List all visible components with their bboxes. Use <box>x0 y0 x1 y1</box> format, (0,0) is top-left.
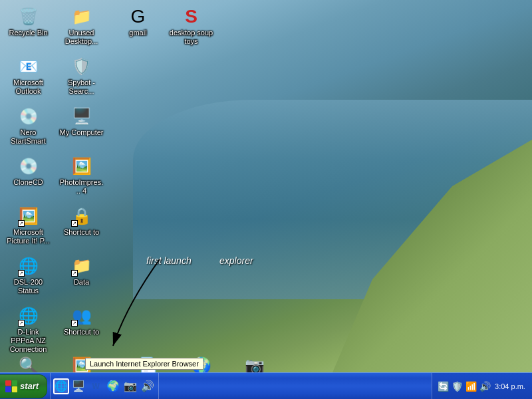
shortcut-people-label: Shortcut to <box>64 328 99 336</box>
camera-icon[interactable]: 📷 <box>122 378 138 394</box>
win-logo-green <box>12 380 18 386</box>
word-icon[interactable]: W <box>88 378 104 394</box>
ie2-glyph: 🌍 <box>106 380 120 392</box>
shortcut-lock-label: Shortcut to <box>64 228 99 237</box>
ie-tooltip: Launch Internet Explorer Browser <box>85 358 203 370</box>
ms-pictureit-icon[interactable]: 🖼️ ↗ Microsoft Picture It! P... <box>3 203 53 248</box>
photoimpression-icon[interactable]: 🖼️ PhotoImpres... 4 <box>57 153 106 198</box>
nero-label: Nero StartSmart <box>6 128 51 146</box>
shortcut-people-icon[interactable]: 👥 ↗ Shortcut to <box>57 303 106 339</box>
spybot-image: 🛡️ <box>71 56 92 77</box>
spybot-icon[interactable]: 🛡️ Spybot - Searc... <box>57 53 106 98</box>
quick-launch-bar: 🌐 🖥️ W 🌍 📷 🔊 <box>50 373 159 399</box>
data-folder-label: Data <box>74 278 89 287</box>
start-button-label: start <box>20 381 39 391</box>
win-logo-red <box>5 380 11 386</box>
nero-image: 💿 <box>18 106 39 127</box>
ie2-icon[interactable]: 🌍 <box>105 378 121 394</box>
my-computer-icon[interactable]: 🖥️ My Computer <box>57 103 106 140</box>
annotation-explorer: explorer <box>219 255 253 266</box>
windows-logo <box>5 380 17 392</box>
shortcut-lock-icon[interactable]: 🔒 ↗ Shortcut to <box>57 203 106 239</box>
shortcut-arrow: ↗ <box>18 220 25 227</box>
photoimpression-label: PhotoImpres... 4 <box>59 178 104 196</box>
tray-network-icon[interactable]: 🔄 <box>438 381 449 392</box>
shortcut-lock-image: 🔒 ↗ <box>71 205 92 227</box>
recycle-bin-icon[interactable]: 🗑️ Recycle Bin <box>3 3 53 40</box>
tray-wifi-icon[interactable]: 📶 <box>466 381 477 392</box>
ms-outlook-icon[interactable]: 📧 Microsoft Outlook <box>3 53 53 98</box>
speaker-icon[interactable]: 🔊 <box>140 378 156 394</box>
dsl-status-label: DSL-200 Status <box>6 278 51 295</box>
shortcut-arrow-2: ↗ <box>71 220 78 227</box>
desktop-soup-icon[interactable]: S desktop soup toys <box>166 3 216 49</box>
win-logo-yellow <box>12 386 18 392</box>
photoimpression-image: 🖼️ <box>71 156 92 177</box>
ms-pictureit-label: Microsoft Picture It! P... <box>6 228 51 245</box>
ie-quick-launch-icon[interactable]: 🌐 <box>53 378 69 394</box>
annotation-first-launch: first launch <box>146 255 192 266</box>
system-clock: 3:04 p.m. <box>493 382 527 390</box>
gmail-image: G <box>128 6 149 27</box>
desktop-soup-image: S <box>181 6 202 27</box>
dlink-image: 🌐 ↗ <box>18 305 39 327</box>
word-glyph: W <box>92 382 100 391</box>
desktop: 🗑️ Recycle Bin 📁 Unused Desktop... G gma… <box>0 0 532 399</box>
my-computer-label: My Computer <box>59 128 103 137</box>
recycle-bin-label: Recycle Bin <box>9 29 47 37</box>
show-desktop-icon[interactable]: 🖥️ <box>70 378 86 394</box>
spybot-label: Spybot - Searc... <box>59 78 104 96</box>
camera-glyph: 📷 <box>124 380 137 392</box>
speaker-glyph: 🔊 <box>141 380 154 392</box>
desktop-soup-label: desktop soup toys <box>169 29 213 46</box>
shortcut-arrow-4: ↗ <box>71 270 78 277</box>
clonecd-image: 💿 <box>18 156 39 177</box>
unused-desktop-image: 📁 <box>71 6 92 27</box>
clonecd-label: CloneCD <box>13 178 43 187</box>
shortcut-arrow-6: ↗ <box>71 320 78 327</box>
dlink-icon[interactable]: 🌐 ↗ D-Link PPPoA NZ Connection <box>3 303 53 357</box>
dlink-label: D-Link PPPoA NZ Connection <box>6 328 51 354</box>
dsl-status-icon[interactable]: 🌐 ↗ DSL-200 Status <box>3 253 53 298</box>
shortcut-people-image: 👥 ↗ <box>71 305 92 327</box>
unused-desktop-icon[interactable]: 📁 Unused Desktop... <box>57 3 106 49</box>
unused-desktop-label: Unused Desktop... <box>59 29 104 46</box>
dsl-status-image: 🌐 ↗ <box>18 255 39 277</box>
data-folder-icon[interactable]: 📁 ↗ Data <box>57 253 106 289</box>
shortcut-arrow-3: ↗ <box>18 270 25 277</box>
shortcut-arrow-5: ↗ <box>18 320 25 327</box>
recycle-bin-image: 🗑️ <box>18 6 39 27</box>
clonecd-icon[interactable]: 💿 CloneCD <box>3 153 53 190</box>
ie-icon: 🌐 <box>55 380 68 392</box>
win-logo-blue <box>5 386 11 392</box>
start-button[interactable]: start <box>0 374 47 398</box>
ms-outlook-image: 📧 <box>18 56 39 77</box>
nero-icon[interactable]: 💿 Nero StartSmart <box>3 103 53 148</box>
ms-pictureit-image: 🖼️ ↗ <box>18 205 39 227</box>
tray-volume-icon[interactable]: 🔊 <box>479 381 491 392</box>
gmail-label: gmail <box>129 29 146 37</box>
show-desktop-glyph: 🖥️ <box>72 380 85 392</box>
taskbar: start 🌐 🖥️ W 🌍 📷 🔊 <box>0 372 532 399</box>
tray-security-icon[interactable]: 🛡️ <box>452 381 463 392</box>
ms-outlook-label: Microsoft Outlook <box>6 78 51 96</box>
gmail-icon[interactable]: G gmail <box>113 3 163 40</box>
data-folder-image: 📁 ↗ <box>71 255 92 277</box>
system-tray: 🔄 🛡️ 📶 🔊 3:04 p.m. <box>432 373 532 399</box>
my-computer-image: 🖥️ <box>71 106 92 127</box>
